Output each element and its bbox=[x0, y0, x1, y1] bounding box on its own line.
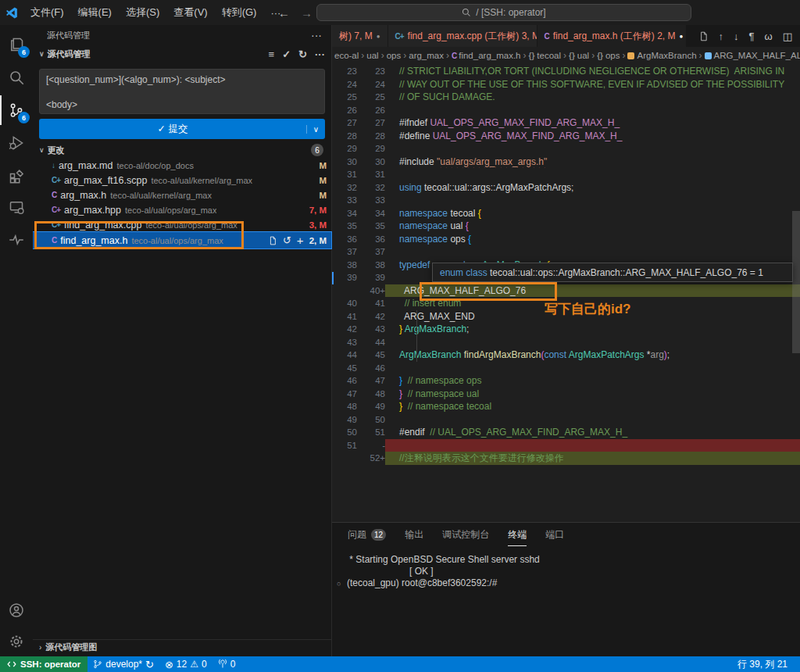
editor-tab[interactable]: Cfind_arg_max.h (工作树) 2, M● bbox=[538, 25, 686, 47]
editor-scrollbar[interactable] bbox=[792, 211, 800, 353]
new-line-number: 31 bbox=[357, 168, 385, 181]
cursor-position[interactable]: 行 39, 列 21 bbox=[738, 658, 800, 671]
old-line-number: 32 bbox=[332, 181, 357, 195]
scm-graph-section[interactable]: › 源代码管理图 bbox=[33, 639, 331, 655]
file-type-icon: C bbox=[452, 52, 456, 60]
pulse-icon[interactable] bbox=[0, 225, 33, 255]
new-line-number: 25 bbox=[357, 91, 385, 104]
previous-change-icon[interactable]: ↑ bbox=[719, 30, 724, 42]
split-editor-icon[interactable]: ◫ bbox=[783, 30, 792, 42]
explorer-badge: 6 bbox=[18, 46, 30, 58]
source-control-icon[interactable]: 6 bbox=[0, 95, 33, 125]
breadcrumb-item[interactable]: ArgMaxBranch bbox=[627, 51, 696, 60]
panel-tab-label: 端口 bbox=[545, 528, 564, 542]
discard-changes-icon[interactable]: ↺ bbox=[283, 235, 291, 245]
old-line-number: 23 bbox=[332, 65, 357, 78]
change-row[interactable]: ↓arg_max.mdteco-al/doc/op_docsM bbox=[33, 158, 331, 173]
new-line-number: 48 bbox=[357, 388, 385, 401]
refresh-icon[interactable]: ↻ bbox=[298, 48, 307, 60]
whitespace-icon[interactable]: ¶ bbox=[749, 30, 755, 42]
search-view-icon[interactable] bbox=[0, 63, 33, 92]
menu-item[interactable]: 转到(G) bbox=[215, 5, 264, 20]
code-line: 2828#define UAL_OPS_ARG_MAX_FIND_ARG_MAX… bbox=[332, 130, 800, 143]
gutter-highlight-bar bbox=[332, 272, 334, 284]
modified-dot-icon: ● bbox=[679, 33, 683, 40]
change-row[interactable]: C+arg_max_ft16.scppteco-al/ual/kernel/ar… bbox=[33, 173, 331, 188]
code-line: 3737 bbox=[332, 245, 800, 259]
word-wrap-icon[interactable]: ω bbox=[765, 30, 773, 42]
change-row[interactable]: Carg_max.hteco-al/ual/kernel/arg_maxM bbox=[33, 188, 331, 202]
view-as-tree-icon[interactable]: ≡ bbox=[269, 48, 275, 60]
command-center[interactable]: / [SSH: operator] bbox=[316, 4, 691, 21]
file-path: teco-al/doc/op_docs bbox=[116, 161, 193, 170]
breadcrumb-item[interactable]: Cfind_arg_max.h bbox=[452, 51, 521, 60]
more-actions-icon[interactable]: ··· bbox=[311, 29, 322, 41]
new-line-number: 43 bbox=[357, 323, 385, 336]
breadcrumb-label: ARG_MAX_HALF_ALGO_76 bbox=[714, 51, 800, 60]
old-line-number: 27 bbox=[332, 116, 357, 130]
breadcrumb-item[interactable]: {}ual bbox=[569, 51, 589, 60]
remote-indicator[interactable]: SSH: operator bbox=[0, 656, 88, 672]
file-name: arg_max.hpp bbox=[64, 205, 121, 216]
menu-item[interactable]: 编辑(E) bbox=[71, 5, 119, 20]
stage-changes-icon[interactable]: + bbox=[297, 235, 304, 245]
open-file-icon[interactable] bbox=[698, 31, 709, 41]
file-type-icon: C+ bbox=[52, 206, 60, 214]
panel-tab[interactable]: 问题12 bbox=[348, 523, 386, 546]
code-editor[interactable]: 2323// STRICT LIABILITY,OR TORT (INCLUDI… bbox=[332, 64, 800, 522]
breadcrumb-item[interactable]: eco-al bbox=[334, 51, 359, 60]
annotation-box-enum bbox=[420, 282, 557, 301]
breadcrumb-label: ops bbox=[387, 51, 402, 60]
modified-dot-icon: ● bbox=[377, 33, 380, 40]
panel-tab[interactable]: 终端 bbox=[508, 523, 527, 546]
file-name: arg_max_ft16.scpp bbox=[64, 175, 147, 186]
commit-check-icon[interactable]: ✓ bbox=[282, 48, 291, 60]
back-arrow-icon[interactable]: ← bbox=[278, 6, 290, 20]
settings-gear-icon[interactable] bbox=[0, 627, 33, 656]
panel-tab[interactable]: 端口 bbox=[545, 523, 564, 546]
change-row[interactable]: C+arg_max.hppteco-al/ual/ops/arg_max7, M bbox=[33, 202, 331, 217]
accounts-icon[interactable] bbox=[0, 595, 33, 625]
menu-item[interactable]: 查看(V) bbox=[166, 5, 214, 20]
changes-count-badge: 6 bbox=[311, 144, 323, 156]
breadcrumb-item[interactable]: ARG_MAX_HALF_ALGO_76 bbox=[705, 51, 800, 60]
editor-tab[interactable]: 树) 7, M● bbox=[332, 25, 388, 47]
breadcrumb-item[interactable]: ual bbox=[366, 51, 378, 60]
explorer-icon[interactable]: 6 bbox=[0, 30, 33, 59]
old-line-number: 30 bbox=[332, 155, 357, 169]
terminal-content[interactable]: * Starting OpenBSD Secure Shell server s… bbox=[332, 546, 800, 589]
menu-item[interactable]: 选择(S) bbox=[119, 5, 166, 20]
next-change-icon[interactable]: ↓ bbox=[734, 30, 739, 42]
new-line-number: 39 bbox=[357, 271, 385, 284]
commit-dropdown-icon[interactable]: ∨ bbox=[306, 125, 325, 134]
ports-indicator[interactable]: 0 bbox=[212, 659, 241, 670]
old-line-number: 29 bbox=[332, 142, 357, 155]
old-line-number: 35 bbox=[332, 220, 357, 233]
new-line-number: 29 bbox=[357, 142, 385, 155]
extensions-icon[interactable] bbox=[0, 161, 33, 191]
commit-message-input[interactable]: [<question_num>](<algo_num>): <subject> … bbox=[39, 69, 325, 114]
breadcrumb-item[interactable]: {}ops bbox=[597, 51, 620, 60]
old-line-number: 28 bbox=[332, 130, 357, 143]
editor-tab[interactable]: C+find_arg_max.cpp (工作树) 3, M● bbox=[388, 25, 537, 47]
breadcrumb-item[interactable]: {}tecoal bbox=[529, 51, 561, 60]
problems-indicator[interactable]: ⊗ 12 ⚠ 0 bbox=[159, 659, 212, 670]
breadcrumb-item[interactable]: ops bbox=[387, 51, 402, 60]
more-actions-icon[interactable]: ··· bbox=[315, 48, 325, 60]
breadcrumb-label: ArgMaxBranch bbox=[637, 51, 696, 60]
open-file-icon[interactable] bbox=[268, 236, 277, 245]
commit-button[interactable]: ✓ 提交 ∨ bbox=[39, 119, 325, 139]
editor-group: 树) 7, M●C+find_arg_max.cpp (工作树) 3, M●Cf… bbox=[331, 25, 800, 656]
panel-tab[interactable]: 调试控制台 bbox=[442, 523, 489, 546]
forward-arrow-icon[interactable]: → bbox=[301, 6, 312, 20]
run-debug-icon[interactable] bbox=[0, 128, 33, 158]
namespace-icon: {} bbox=[597, 52, 603, 60]
panel-tab[interactable]: 输出 bbox=[405, 523, 423, 546]
branch-indicator[interactable]: develop* ↻ bbox=[88, 659, 159, 670]
breadcrumb-item[interactable]: arg_max bbox=[409, 51, 444, 60]
remote-explorer-icon[interactable] bbox=[0, 192, 33, 222]
chevron-down-icon[interactable]: ∨ bbox=[39, 50, 45, 58]
chevron-down-icon[interactable]: ∨ bbox=[39, 146, 45, 154]
menu-item[interactable]: 文件(F) bbox=[23, 5, 71, 20]
old-line-number: 51 bbox=[332, 439, 357, 452]
